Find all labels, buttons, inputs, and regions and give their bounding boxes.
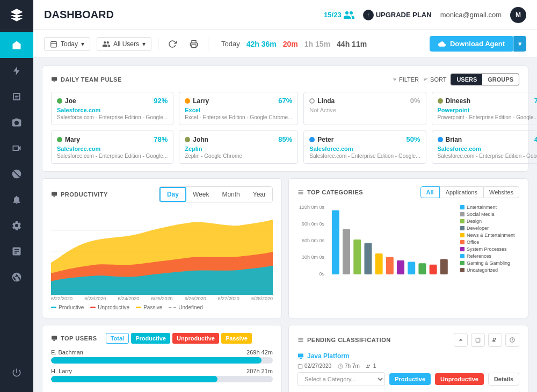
svg-rect-37 bbox=[298, 364, 302, 368]
power-icon bbox=[11, 367, 22, 378]
content-area: DAILY TEAM PULSE FILTER SORT USERS GROUP… bbox=[33, 58, 537, 392]
pulse-app-detail: Excel - Enterprise Edition - Google Chro… bbox=[185, 114, 292, 120]
date-icon bbox=[297, 364, 303, 369]
pulse-sort-btn[interactable]: SORT bbox=[423, 76, 446, 83]
top-users-tab-passive[interactable]: Passive bbox=[221, 333, 252, 344]
categories-bars-svg bbox=[330, 205, 455, 285]
cat-legend-color bbox=[460, 212, 465, 216]
cat-bar bbox=[343, 229, 350, 275]
pulse-app[interactable]: Salesforce.com bbox=[57, 146, 168, 152]
users-icon bbox=[344, 11, 354, 19]
pulse-name: Peter bbox=[309, 136, 333, 143]
download-btn-wrap: Download Agent ▾ bbox=[430, 36, 526, 52]
stat-passive-time: 1h 15m bbox=[304, 40, 330, 48]
sidebar-item-block[interactable] bbox=[0, 161, 33, 187]
cat-tab-all[interactable]: All bbox=[420, 186, 440, 198]
cat-tab-websites[interactable]: Websites bbox=[483, 186, 519, 198]
cat-y-label: 120h 0m 0s bbox=[297, 205, 324, 210]
sidebar-logo bbox=[0, 0, 33, 30]
toolbar-divider2 bbox=[208, 38, 208, 50]
pulse-card-header: DAILY TEAM PULSE FILTER SORT USERS GROUP… bbox=[51, 74, 519, 85]
cat-bar bbox=[418, 263, 426, 274]
download-dropdown-button[interactable]: ▾ bbox=[513, 36, 526, 52]
prod-tab-week[interactable]: Week bbox=[186, 187, 215, 202]
sidebar-item-power[interactable] bbox=[11, 360, 22, 386]
cat-legend-color bbox=[460, 240, 465, 244]
sidebar-item-video[interactable] bbox=[0, 135, 33, 161]
pulse-actions: FILTER SORT USERS GROUPS bbox=[392, 74, 519, 85]
chart-x-label: 6/28/2020 bbox=[251, 296, 273, 301]
user-bar-track bbox=[51, 357, 273, 364]
productivity-title: PRODUCTIVITY bbox=[51, 191, 108, 198]
today-label: Today bbox=[221, 40, 240, 48]
productivity-svg bbox=[51, 209, 273, 295]
user-filter-button[interactable]: All Users ▾ bbox=[97, 37, 151, 51]
user-bar-item: E. Bachman 269h 42m bbox=[51, 349, 273, 364]
sidebar-item-camera[interactable] bbox=[0, 110, 33, 135]
category-select[interactable]: Select a Category... bbox=[297, 372, 385, 386]
pending-icon bbox=[297, 337, 304, 343]
pulse-app[interactable]: Powerpoint bbox=[438, 107, 538, 113]
chart-x-label: 6/26/2020 bbox=[185, 296, 206, 301]
cat-bars-area bbox=[330, 205, 455, 287]
pulse-name: John bbox=[185, 136, 208, 143]
pulse-app[interactable]: Salesforce.com bbox=[57, 107, 168, 113]
pulse-app-detail: Salesforce.com - Enterprise Edition - Go… bbox=[309, 153, 420, 159]
top-users-tab-unproductive[interactable]: Unproductive bbox=[172, 333, 219, 344]
productive-button[interactable]: Productive bbox=[389, 373, 431, 385]
sidebar-item-settings[interactable] bbox=[0, 213, 33, 238]
cat-legend-color bbox=[460, 254, 465, 258]
cat-tab-applications[interactable]: Applications bbox=[440, 186, 483, 198]
view-groups-btn[interactable]: GROUPS bbox=[482, 74, 519, 85]
cat-legend-color bbox=[460, 226, 465, 230]
top-users-tab-total[interactable]: Total bbox=[106, 333, 129, 344]
pending-calendar-btn[interactable] bbox=[471, 333, 485, 347]
bolt-icon bbox=[11, 66, 22, 76]
prod-tab-month[interactable]: Month bbox=[215, 187, 246, 202]
details-button[interactable]: Details bbox=[488, 373, 519, 386]
pulse-name: Mary bbox=[57, 136, 80, 143]
refresh-button[interactable] bbox=[165, 38, 180, 50]
seats-count: 15/23 bbox=[324, 11, 342, 19]
pending-users-btn[interactable] bbox=[488, 333, 502, 347]
cat-y-label: 60h 0m 0s bbox=[297, 238, 324, 243]
pulse-status-dot bbox=[438, 98, 443, 104]
pulse-app[interactable]: Salesforce.com bbox=[438, 146, 538, 152]
date-filter-label: Today bbox=[61, 40, 78, 48]
pulse-app-detail: Salesforce.com - Enterprise Edition - Go… bbox=[438, 153, 538, 159]
pending-clock-btn[interactable] bbox=[505, 333, 519, 347]
pending-app-name[interactable]: Java Platform bbox=[297, 352, 519, 360]
pulse-app[interactable]: Zeplin bbox=[185, 146, 292, 152]
sidebar-item-alerts[interactable] bbox=[0, 187, 33, 213]
user-bar-time: 269h 42m bbox=[246, 349, 273, 355]
legend-item: Undefined bbox=[169, 304, 203, 310]
sidebar-item-analytics[interactable] bbox=[0, 238, 33, 264]
prod-tab-year[interactable]: Year bbox=[246, 187, 272, 202]
download-agent-button[interactable]: Download Agent bbox=[430, 36, 513, 52]
cat-y-labels: 120h 0m 0s90h 0m 0s60h 0m 0s30h 0m 0s0s bbox=[297, 205, 324, 285]
pulse-status-dot bbox=[57, 98, 62, 104]
date-filter-button[interactable]: Today ▾ bbox=[44, 37, 90, 51]
cat-bar bbox=[353, 239, 361, 274]
user-avatar: M bbox=[510, 7, 526, 23]
header-title: DASHBOARD bbox=[44, 9, 324, 21]
view-users-btn[interactable]: USERS bbox=[451, 74, 482, 85]
pulse-app[interactable]: Salesforce.com bbox=[309, 146, 420, 152]
print-button[interactable] bbox=[186, 38, 201, 50]
sidebar-item-globe[interactable] bbox=[0, 264, 33, 290]
sidebar-item-dashboard[interactable] bbox=[0, 32, 33, 58]
cat-legend-item: System Processes bbox=[460, 246, 519, 252]
prod-tab-day[interactable]: Day bbox=[159, 187, 186, 202]
categories-title: TOP CATEGORIES bbox=[297, 189, 363, 195]
pending-sort-btn[interactable] bbox=[454, 333, 468, 347]
sidebar-item-reports[interactable] bbox=[0, 84, 33, 110]
top-users-tab-productive[interactable]: Productive bbox=[131, 333, 170, 344]
upgrade-plan[interactable]: ↑ UPGRADE PLAN bbox=[363, 10, 432, 20]
unproductive-button[interactable]: Unproductive bbox=[435, 373, 484, 385]
pulse-app[interactable]: Excel bbox=[185, 107, 292, 113]
pulse-pct: 92% bbox=[154, 97, 168, 105]
sidebar-item-bolt[interactable] bbox=[0, 58, 33, 84]
header-seats: 15/23 bbox=[324, 11, 354, 19]
pulse-filter-btn[interactable]: FILTER bbox=[392, 76, 419, 83]
pulse-user-linda: Linda 0% Not Active bbox=[303, 92, 426, 125]
